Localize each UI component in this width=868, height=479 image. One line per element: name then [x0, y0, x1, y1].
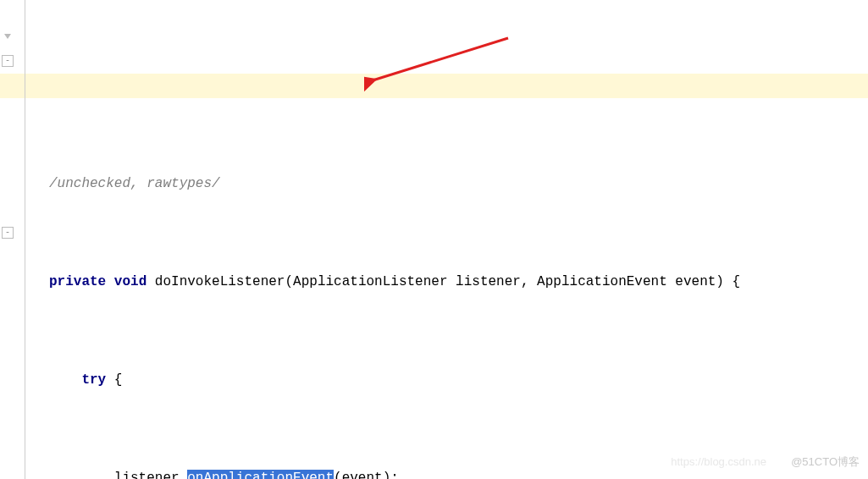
fold-icon[interactable]	[2, 30, 14, 42]
fold-minus-icon[interactable]: -	[2, 55, 14, 67]
method-signature: private void doInvokeListener(Applicatio…	[49, 274, 740, 289]
watermark-51cto: @51CTO博客	[791, 449, 860, 474]
watermark-csdn: https://blog.csdn.ne	[671, 449, 766, 474]
invoke-suffix: (event);	[334, 471, 399, 479]
invoke-prefix: listener.	[114, 471, 187, 479]
selected-method[interactable]: onApplicationEvent	[187, 470, 334, 479]
fold-minus-icon[interactable]: -	[2, 227, 14, 239]
annotation-text: /unchecked, rawtypes/	[49, 176, 220, 191]
code-area[interactable]: /unchecked, rawtypes/ private void doInv…	[25, 0, 868, 479]
gutter: - -	[0, 0, 25, 479]
try-keyword: try	[81, 372, 106, 388]
code-editor[interactable]: - - /unchecked, rawtypes/ private void d…	[0, 0, 868, 479]
